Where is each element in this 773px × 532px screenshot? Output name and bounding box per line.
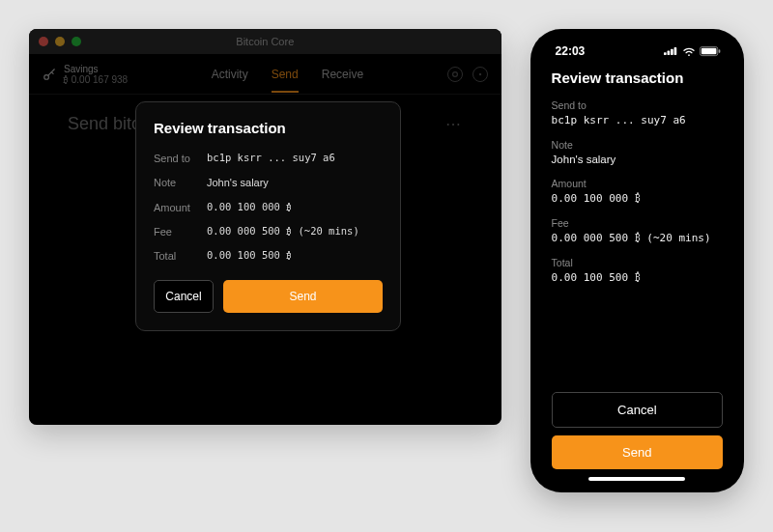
review-transaction-modal: Review transaction Send to bc1p ksrr ...… [135, 101, 401, 331]
key-icon [43, 68, 56, 81]
svg-rect-9 [719, 49, 721, 53]
titlebar: Bitcoin Core [29, 29, 501, 54]
page-menu-button[interactable]: ⋯ [445, 115, 463, 133]
send-button[interactable]: Send [223, 280, 383, 313]
minimize-icon[interactable] [55, 37, 65, 46]
ph-row-send-to: Send to bc1p ksrr ... suy7 a6 [552, 99, 723, 126]
label-note: Note [154, 176, 207, 189]
tab-activity[interactable]: Activity [212, 56, 248, 93]
value-fee: 0.00 000 500 ₿ (~20 mins) [207, 225, 359, 238]
modal-buttons: Cancel Send [154, 280, 383, 313]
ph-value-send-to: bc1p ksrr ... suy7 a6 [552, 114, 723, 126]
svg-point-1 [452, 71, 457, 76]
tab-receive[interactable]: Receive [322, 56, 363, 93]
value-amount: 0.00 100 000 ₿ [207, 201, 292, 214]
svg-rect-5 [671, 49, 673, 55]
wallet-name: Savings [64, 64, 128, 74]
label-fee: Fee [154, 225, 207, 238]
ph-row-fee: Fee 0.00 000 500 ₿ (~20 mins) [552, 217, 723, 244]
status-indicators [664, 46, 721, 57]
row-note: Note John's salary [154, 176, 383, 189]
ph-label-note: Note [552, 139, 723, 151]
wallet-balance: ₿ 0.00 167 938 [64, 74, 128, 85]
phone-content: Review transaction Send to bc1p ksrr ...… [538, 66, 736, 392]
value-note: John's salary [207, 176, 269, 189]
close-icon[interactable] [39, 37, 48, 46]
row-amount: Amount 0.00 100 000 ₿ [154, 201, 383, 214]
status-time: 22:03 [556, 44, 586, 58]
phone-send-button[interactable]: Send [552, 435, 723, 469]
battery-icon [700, 46, 721, 57]
ph-value-amount: 0.00 100 000 ₿ [552, 192, 723, 205]
row-send-to: Send to bc1p ksrr ... suy7 a6 [154, 152, 383, 165]
svg-rect-3 [664, 52, 667, 55]
top-toolbar: Savings ₿ 0.00 167 938 Activity Send Rec… [29, 54, 501, 95]
value-total: 0.00 100 500 ₿ [207, 249, 292, 263]
ph-row-total: Total 0.00 100 500 ₿ [552, 257, 723, 284]
sync-icon[interactable] [447, 67, 463, 82]
row-fee: Fee 0.00 000 500 ₿ (~20 mins) [154, 225, 383, 238]
maximize-icon[interactable] [72, 37, 81, 46]
value-send-to: bc1p ksrr ... suy7 a6 [207, 152, 335, 165]
nav-tabs: Activity Send Receive [128, 56, 446, 93]
ph-label-fee: Fee [552, 217, 723, 229]
ph-value-note: John's salary [552, 154, 723, 165]
window-title: Bitcoin Core [29, 36, 501, 47]
ph-value-total: 0.00 100 500 ₿ [552, 271, 723, 284]
label-send-to: Send to [154, 152, 207, 165]
desktop-window: Bitcoin Core Savings ₿ 0.00 167 938 Acti… [29, 29, 501, 425]
modal-title: Review transaction [154, 120, 383, 136]
svg-rect-8 [701, 47, 717, 53]
tab-send[interactable]: Send [272, 56, 299, 93]
row-total: Total 0.00 100 500 ₿ [154, 249, 383, 263]
label-amount: Amount [154, 201, 207, 214]
traffic-lights [39, 37, 81, 46]
settings-icon[interactable] [472, 67, 488, 82]
phone-buttons: Cancel Send [538, 392, 736, 477]
ph-label-total: Total [552, 257, 723, 268]
ph-value-fee: 0.00 000 500 ₿ (~20 mins) [552, 232, 723, 244]
svg-point-2 [478, 72, 480, 74]
label-total: Total [154, 249, 207, 263]
svg-rect-4 [668, 51, 671, 55]
home-indicator[interactable] [588, 477, 685, 481]
cancel-button[interactable]: Cancel [154, 280, 214, 313]
ph-row-amount: Amount 0.00 100 000 ₿ [552, 178, 723, 205]
phone-cancel-button[interactable]: Cancel [552, 392, 723, 428]
svg-rect-6 [674, 47, 677, 55]
status-bar: 22:03 [538, 37, 736, 66]
cellular-icon [664, 46, 678, 56]
wallet-selector[interactable]: Savings ₿ 0.00 167 938 [43, 64, 128, 85]
toolbar-right [447, 67, 488, 82]
ph-label-send-to: Send to [552, 99, 723, 111]
ph-label-amount: Amount [552, 178, 723, 189]
mobile-device: 22:03 [530, 29, 744, 492]
phone-title: Review transaction [552, 70, 723, 86]
ph-row-note: Note John's salary [552, 139, 723, 165]
wifi-icon [682, 46, 696, 56]
